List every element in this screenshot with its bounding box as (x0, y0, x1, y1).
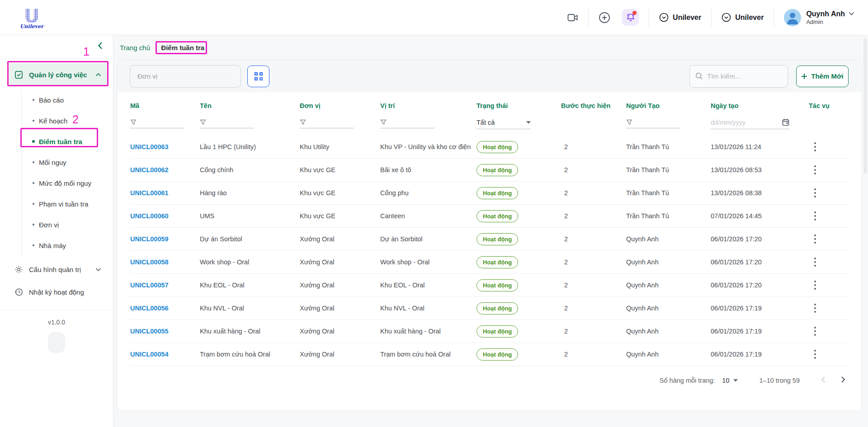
sidebar-section-admin-config[interactable]: Cấu hình quản trị (7, 258, 108, 280)
row-creator: Quynh Anh (626, 328, 711, 335)
sidebar-submenu-label: Nhà máy (39, 242, 66, 249)
qr-scan-button[interactable] (247, 66, 269, 87)
name-column-filter[interactable] (200, 119, 254, 128)
org-switcher-secondary[interactable]: Unilever (722, 13, 764, 22)
table-row[interactable]: UNICL00056 Khu NVL - Oral Xưởng Oral Khu… (130, 297, 849, 320)
sidebar-collapse-button[interactable] (96, 41, 105, 52)
table-row[interactable]: UNICL00058 Work shop - Oral Xưởng Oral W… (130, 251, 849, 274)
row-code-link[interactable]: UNICL00054 (130, 351, 200, 358)
chevron-right-icon (841, 376, 846, 383)
org-switcher-primary[interactable]: Unilever (659, 13, 701, 22)
row-creator: Trần Thanh Tú (626, 212, 711, 220)
unit-filter-input[interactable] (130, 65, 241, 88)
column-header-code[interactable]: Mã (130, 102, 200, 109)
next-page-button[interactable] (839, 374, 848, 386)
rows-per-page-select[interactable]: 10 (722, 377, 737, 384)
table-row[interactable]: UNICL00060 UMS Khu vực GE Canteen Hoạt đ… (130, 205, 849, 228)
sidebar-submenu-item[interactable]: Kế hoạch (22, 110, 113, 131)
row-code-link[interactable]: UNICL00057 (130, 282, 200, 289)
status-badge: Hoạt động (476, 210, 518, 222)
column-header-unit[interactable]: Đơn vị (300, 102, 380, 109)
row-code-link[interactable]: UNICL00056 (130, 305, 200, 312)
column-header-name[interactable]: Tên (200, 102, 300, 109)
sidebar-submenu-item[interactable]: Mối nguy (22, 152, 113, 173)
sidebar-submenu-item[interactable]: Mức độ mối nguy (22, 173, 113, 193)
row-actions-menu-button[interactable] (810, 140, 821, 154)
row-steps: 2 (561, 351, 626, 358)
date-filter-input[interactable]: dd/mm/yyyy (711, 118, 789, 129)
sidebar-submenu-item[interactable]: Đơn vị (22, 214, 113, 235)
sidebar-submenu-item[interactable]: Nhà máy (22, 235, 113, 256)
row-code-link[interactable]: UNICL00059 (130, 235, 200, 243)
row-creator: Quynh Anh (626, 235, 711, 243)
row-actions-menu-button[interactable] (810, 186, 821, 200)
sidebar-submenu-item[interactable]: Điểm tuần tra (22, 131, 113, 152)
row-code-link[interactable]: UNICL00055 (130, 328, 200, 335)
row-actions-menu-button[interactable] (810, 255, 821, 269)
creator-column-filter[interactable] (626, 119, 680, 128)
previous-page-button[interactable] (819, 374, 827, 386)
table-row[interactable]: UNICL00055 Khu xuất hàng - Oral Xưởng Or… (130, 320, 849, 343)
notifications-button[interactable] (622, 9, 639, 26)
status-badge: Hoạt động (476, 187, 518, 199)
row-actions-menu-button[interactable] (810, 347, 821, 361)
row-actions-menu-button[interactable] (810, 301, 821, 315)
table-row[interactable]: UNICL00057 Khu EOL - Oral Xưởng Oral Khu… (130, 274, 849, 297)
table-row[interactable]: UNICL00054 Trạm bơm cứu hoả Oral Xưởng O… (130, 343, 849, 366)
user-name: Quynh Anh (806, 10, 845, 18)
sidebar-section-activity-log[interactable]: Nhật ký hoạt động (7, 281, 108, 303)
row-code-link[interactable]: UNICL00060 (130, 212, 200, 220)
column-header-created[interactable]: Ngày tạo (711, 102, 809, 109)
row-actions-menu-button[interactable] (810, 209, 821, 223)
settings-gear-icon (14, 265, 23, 274)
code-column-filter[interactable] (130, 119, 184, 128)
video-camera-button[interactable] (567, 13, 578, 22)
org-circle-chevron-icon (659, 13, 669, 22)
add-new-record-button[interactable]: Thêm Mới (796, 66, 849, 87)
column-header-steps[interactable]: Bước thực hiện (561, 102, 626, 109)
pagination-bar: Số hàng mỗi trang: 10 1–10 trong 59 (117, 366, 861, 386)
sidebar-collapse-row (0, 35, 113, 59)
row-actions-menu-button[interactable] (810, 163, 821, 177)
user-menu[interactable]: Quynh Anh Admin (784, 9, 854, 26)
row-steps: 2 (561, 235, 626, 243)
row-created-date: 06/01/2026 17:20 (711, 235, 809, 243)
column-header-status[interactable]: Trạng thái (476, 102, 561, 109)
unit-column-filter[interactable] (300, 119, 354, 128)
row-code-link[interactable]: UNICL00061 (130, 189, 200, 197)
filter-funnel-icon (380, 119, 387, 125)
table-row[interactable]: UNICL00061 Hàng rào Khu vực GE Cổng phụ … (130, 182, 849, 205)
row-code-link[interactable]: UNICL00058 (130, 258, 200, 266)
row-actions-menu-button[interactable] (810, 324, 821, 338)
sidebar-divider (0, 310, 113, 310)
chevron-down-icon (849, 12, 854, 16)
row-creator: Quynh Anh (626, 282, 711, 289)
row-code-link[interactable]: UNICL00063 (130, 143, 200, 150)
sidebar-section-work-management[interactable]: Quản lý công việc (7, 63, 108, 86)
location-column-filter[interactable] (380, 119, 434, 128)
add-new-button[interactable] (599, 12, 610, 23)
column-header-location[interactable]: Vị trí (380, 102, 476, 109)
column-header-creator[interactable]: Người Tạo (626, 102, 711, 109)
sidebar-submenu-item[interactable]: Báo cáo (22, 89, 113, 110)
chevron-left-icon (821, 376, 826, 383)
table-row[interactable]: UNICL00063 Lầu 1 HPC (Unility) Khu Utili… (130, 136, 849, 159)
status-badge: Hoạt động (476, 279, 518, 291)
row-created-date: 13/01/2026 11:24 (711, 143, 809, 150)
window-scrollbar[interactable] (863, 38, 867, 174)
status-filter-select[interactable]: Tất cả (476, 119, 531, 129)
sidebar-submenu-item[interactable]: Phạm vi tuần tra (22, 193, 113, 214)
chevron-down-icon (95, 267, 101, 272)
table-row[interactable]: UNICL00059 Dự án Sorbitol Xưởng Oral Dự … (130, 228, 849, 251)
row-actions-menu-button[interactable] (810, 232, 821, 246)
row-creator: Quynh Anh (626, 351, 711, 358)
breadcrumb-home[interactable]: Trang chủ (120, 44, 150, 52)
add-button-label: Thêm Mới (811, 72, 844, 80)
search-input[interactable] (707, 72, 775, 80)
org-secondary-label: Unilever (735, 14, 764, 22)
unilever-logo[interactable]: U Unilever (19, 6, 44, 29)
row-code-link[interactable]: UNICL00062 (130, 166, 200, 174)
table-row[interactable]: UNICL00062 Cổng chính Khu vực GE Bãi xe … (130, 159, 849, 182)
row-steps: 2 (561, 212, 626, 220)
row-actions-menu-button[interactable] (810, 278, 821, 292)
